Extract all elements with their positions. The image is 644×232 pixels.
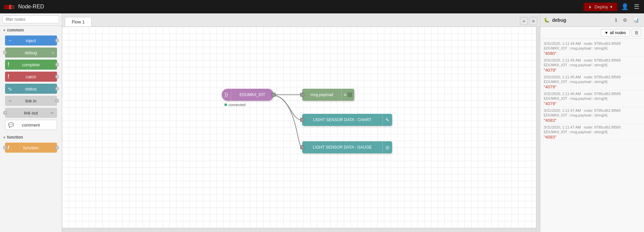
palette-node-row-function: f function [0, 142, 62, 154]
connections-svg [62, 27, 540, 232]
debug-menu-icon: ≡ [344, 92, 346, 97]
debug-panel-title: debug [552, 17, 611, 23]
chart-icon-btn[interactable]: ✎ [382, 114, 392, 126]
section-function-label: function [7, 135, 23, 140]
debug-msg-meta-1: 3/31/2020, 1:11:45 AM node: 9795cd62.8f5… [544, 58, 641, 62]
navbar-right: ⏵ Deploy ▾ 👤 ☰ [584, 2, 641, 12]
debug-msg-value-4: "4083" [544, 118, 641, 123]
debug-label: debug [25, 50, 37, 55]
edumkii-iot-right-port [272, 93, 276, 97]
deploy-chevron: ▾ [610, 4, 612, 9]
debug-panel-header: 🐛 debug ℹ ⚙ 📊 [540, 13, 644, 27]
chart-label: LIGHT SENSOR DATA - CHART [302, 118, 382, 122]
debug-msg-path-3: EDUMKII_IOT : msg.payload : string[4] [544, 96, 641, 100]
debug-msg-value-1: "4079" [544, 68, 641, 73]
palette-node-link-out[interactable]: link out → [5, 108, 57, 118]
app-title: Node-RED [18, 4, 44, 10]
flow-tabs: Flow 1 + ≡ [62, 13, 540, 27]
flow-tab-1-label: Flow 1 [72, 19, 85, 24]
debug-chart-button[interactable]: 📊 [632, 17, 641, 23]
palette-section-function[interactable]: ▾ function [0, 133, 62, 142]
canvas-node-msg-payload[interactable]: msg.payload ≡ [302, 89, 354, 101]
palette-node-link-in[interactable]: → link in [5, 96, 57, 106]
msg-payload-btn[interactable]: ≡ [341, 89, 354, 101]
palette-node-row-link-out: link out → [0, 107, 62, 119]
edumkii-iot-label: EDUMKII_IOT [231, 92, 274, 97]
debug-msg-meta-0: 3/31/2020, 1:11:44 AM node: 9795cd62.8f5… [544, 42, 641, 46]
debug-clear-button[interactable]: 🗑 [632, 29, 641, 36]
link-in-label: link in [25, 98, 36, 103]
flow-menu-button[interactable]: ≡ [529, 17, 537, 25]
palette-node-row-complete: ! complete [0, 59, 62, 71]
link-out-icon: → [50, 110, 54, 115]
gauge-icon-btn[interactable]: ◎ [382, 141, 392, 153]
palette-node-row-catch: ! catch [0, 71, 62, 83]
filter-icon: ▼ [604, 30, 608, 35]
debug-msg-meta-4: 3/31/2020, 1:11:47 AM node: 9795cd62.8f5… [544, 108, 641, 112]
flow-tab-1[interactable]: Flow 1 [65, 17, 92, 26]
palette-node-row-link-in: → link in [0, 95, 62, 107]
palette-node-debug[interactable]: debug ≡ [5, 48, 57, 58]
debug-square-btn[interactable] [347, 92, 352, 97]
debug-message-1[interactable]: 3/31/2020, 1:11:45 AM node: 9795cd62.8f5… [540, 57, 644, 74]
catch-icon: ! [8, 74, 9, 80]
debug-message-3[interactable]: 3/31/2020, 1:11:46 AM node: 9795cd62.8f5… [540, 90, 644, 107]
status-dot-green [224, 103, 227, 106]
deploy-label: Deploy [595, 4, 608, 9]
debug-filter-bar: ▼ all nodes 🗑 [540, 27, 644, 39]
debug-message-0[interactable]: 3/31/2020, 1:11:44 AM node: 9795cd62.8f5… [540, 40, 644, 57]
debug-settings-button[interactable]: ⚙ [621, 17, 629, 23]
palette-node-catch[interactable]: ! catch [5, 72, 57, 82]
flow-canvas[interactable]: )) EDUMKII_IOT connected msg.payload ≡ [62, 27, 540, 232]
debug-left-port [3, 51, 7, 54]
complete-icon: ! [8, 62, 9, 68]
link-in-right-port [55, 99, 59, 102]
debug-info-button[interactable]: ℹ [613, 17, 619, 23]
edumkii-iot-status: connected [224, 103, 246, 107]
palette-node-row-status: ∿ status [0, 83, 62, 95]
status-icon: ∿ [8, 86, 12, 92]
debug-message-4[interactable]: 3/31/2020, 1:11:47 AM node: 9795cd62.8f5… [540, 107, 644, 124]
gauge-label: LIGHT SENSOR DATA - GAUGE [302, 145, 382, 150]
palette-node-complete[interactable]: ! complete [5, 60, 57, 70]
debug-msg-path-5: EDUMKII_IOT : msg.payload : string[4] [544, 130, 641, 134]
function-left-port [3, 146, 7, 149]
palette-node-row-debug: debug ≡ [0, 47, 62, 59]
canvas-scrollbar-right[interactable] [536, 27, 540, 232]
search-input[interactable] [3, 15, 59, 23]
debug-msg-value-0: "4080" [544, 51, 641, 56]
catch-right-port [55, 75, 59, 78]
logo-icon [3, 3, 15, 11]
navbar-left: Node-RED [3, 3, 44, 11]
canvas-node-edumkii-iot[interactable]: )) EDUMKII_IOT connected [222, 89, 274, 101]
debug-message-5[interactable]: 3/31/2020, 1:11:47 AM node: 9795cd62.8f5… [540, 124, 644, 141]
user-icon[interactable]: 👤 [620, 2, 630, 12]
debug-msg-meta-3: 3/31/2020, 1:11:46 AM node: 9795cd62.8f5… [544, 92, 641, 96]
debug-message-2[interactable]: 3/31/2020, 1:11:45 AM node: 9795cd62.8f5… [540, 74, 644, 90]
inject-icon: → [8, 38, 12, 43]
status-right-port [55, 87, 59, 90]
canvas-scrollbar-bottom[interactable] [62, 228, 536, 232]
canvas-node-light-sensor-chart[interactable]: LIGHT SENSOR DATA - CHART ✎ [302, 114, 392, 126]
menu-icon[interactable]: ☰ [633, 2, 641, 12]
add-flow-button[interactable]: + [520, 17, 528, 25]
complete-right-port [55, 63, 59, 66]
debug-msg-value-2: "4079" [544, 84, 641, 89]
link-out-left-port [3, 111, 7, 114]
palette-search-area [0, 13, 62, 26]
palette-node-status[interactable]: ∿ status [5, 84, 57, 94]
palette-section-common[interactable]: ▾ common [0, 26, 62, 34]
palette-node-row-comment: 💬 comment [0, 119, 62, 131]
debug-filter-button[interactable]: ▼ all nodes [601, 29, 630, 36]
comment-icon: 💬 [8, 122, 14, 128]
palette-node-function[interactable]: f function [5, 143, 57, 153]
palette-node-comment[interactable]: 💬 comment [5, 120, 57, 130]
palette-node-inject[interactable]: → inject [5, 35, 57, 46]
debug-msg-path-2: EDUMKII_IOT : msg.payload : string[4] [544, 80, 641, 84]
deploy-button[interactable]: ⏵ Deploy ▾ [584, 3, 617, 11]
canvas-node-light-sensor-gauge[interactable]: LIGHT SENSOR DATA - GAUGE ◎ [302, 141, 392, 153]
debug-msg-value-3: "4079" [544, 101, 641, 106]
status-label: status [25, 86, 37, 91]
function-icon: f [8, 145, 9, 150]
gauge-left-port [300, 145, 304, 149]
